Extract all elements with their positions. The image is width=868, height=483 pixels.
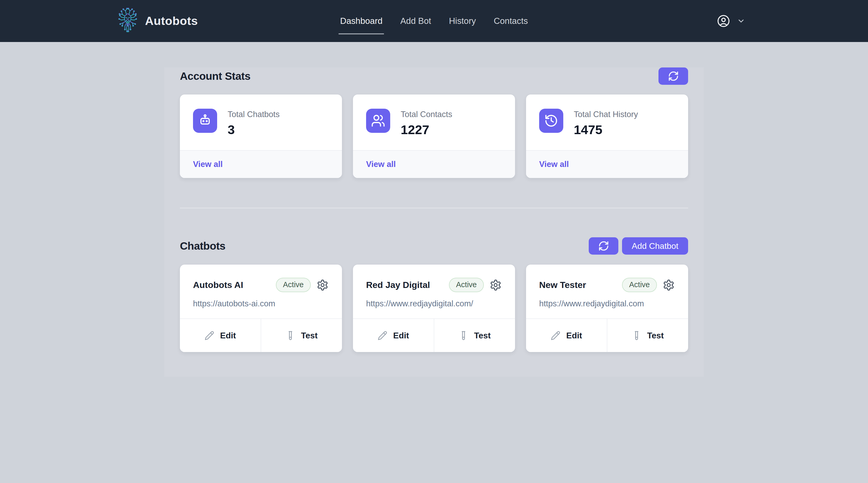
edit-chatbot-button[interactable]: Edit: [353, 319, 434, 352]
circuit-lion-logo-icon: [116, 5, 139, 37]
test-label: Test: [301, 331, 317, 340]
section-divider: [180, 208, 688, 208]
gear-icon: [663, 279, 675, 291]
pencil-icon: [551, 331, 560, 340]
chatbot-name: Autobots AI: [193, 280, 276, 290]
view-all-history-link[interactable]: View all: [539, 160, 569, 169]
gear-icon: [490, 279, 502, 291]
main-panel: Account Stats: [164, 67, 704, 377]
user-circle-icon: [717, 15, 730, 28]
chatbot-settings-button[interactable]: [489, 279, 502, 291]
chatbots-refresh-button[interactable]: [589, 237, 618, 255]
edit-chatbot-button[interactable]: Edit: [526, 319, 607, 352]
chatbot-name: Red Jay Digital: [366, 280, 449, 290]
brand: Autobots: [116, 0, 198, 42]
main-nav: Dashboard Add Bot History Contacts: [340, 0, 528, 42]
nav-item-add-bot[interactable]: Add Bot: [400, 14, 432, 28]
users-icon: [366, 109, 390, 133]
stat-cards-row: Total Chatbots 3 View all: [180, 94, 688, 178]
account-stats-title: Account Stats: [180, 70, 250, 82]
status-badge: Active: [276, 278, 311, 292]
stat-card-total-contacts: Total Contacts 1227 View all: [353, 94, 515, 178]
nav-item-history[interactable]: History: [448, 14, 476, 28]
stat-value: 3: [228, 122, 280, 137]
test-chatbot-button[interactable]: Test: [607, 319, 688, 352]
view-all-chatbots-link[interactable]: View all: [193, 160, 223, 169]
chatbot-url: https://www.redjaydigital.com/: [366, 299, 502, 308]
stats-refresh-button[interactable]: [658, 67, 688, 85]
test-tube-icon: [632, 331, 642, 340]
chatbot-card-red-jay-digital: Red Jay Digital Active https://www.redja…: [353, 264, 515, 352]
brand-name: Autobots: [145, 14, 198, 28]
stat-value: 1227: [401, 122, 452, 137]
stat-value: 1475: [574, 122, 638, 137]
edit-chatbot-button[interactable]: Edit: [180, 319, 261, 352]
nav-item-contacts[interactable]: Contacts: [493, 14, 528, 28]
view-all-contacts-link[interactable]: View all: [366, 160, 396, 169]
edit-label: Edit: [220, 331, 236, 340]
test-label: Test: [474, 331, 491, 340]
test-chatbot-button[interactable]: Test: [261, 319, 342, 352]
stat-label: Total Chatbots: [228, 109, 280, 119]
chatbot-cards-row: Autobots AI Active https://autobots-ai.c…: [180, 264, 688, 352]
chatbot-url: https://autobots-ai.com: [193, 299, 329, 308]
nav-item-dashboard[interactable]: Dashboard: [340, 14, 383, 28]
chatbot-settings-button[interactable]: [662, 279, 675, 291]
account-stats-header: Account Stats: [180, 67, 688, 85]
status-badge: Active: [622, 278, 657, 292]
test-tube-icon: [286, 331, 295, 340]
top-navigation-bar: Autobots Dashboard Add Bot History Conta…: [0, 0, 868, 42]
test-chatbot-button[interactable]: Test: [434, 319, 515, 352]
chevron-down-icon: [737, 17, 745, 25]
test-tube-icon: [459, 331, 468, 340]
pencil-icon: [378, 331, 387, 340]
chatbots-title: Chatbots: [180, 240, 225, 252]
refresh-icon: [598, 240, 609, 252]
chatbot-name: New Tester: [539, 280, 622, 290]
bot-icon: [193, 109, 217, 133]
status-badge: Active: [449, 278, 484, 292]
chatbot-card-autobots-ai: Autobots AI Active https://autobots-ai.c…: [180, 264, 342, 352]
edit-label: Edit: [393, 331, 409, 340]
chatbot-card-new-tester: New Tester Active https://www.redjaydigi…: [526, 264, 688, 352]
test-label: Test: [647, 331, 664, 340]
user-menu[interactable]: [717, 0, 745, 42]
chatbot-settings-button[interactable]: [316, 279, 329, 291]
stat-card-total-chat-history: Total Chat History 1475 View all: [526, 94, 688, 178]
stat-label: Total Chat History: [574, 109, 638, 119]
gear-icon: [316, 279, 329, 291]
pencil-icon: [205, 331, 214, 340]
add-chatbot-button[interactable]: Add Chatbot: [622, 237, 688, 255]
refresh-icon: [668, 70, 679, 82]
chatbot-url: https://www.redjaydigital.com: [539, 299, 675, 308]
stat-card-total-chatbots: Total Chatbots 3 View all: [180, 94, 342, 178]
edit-label: Edit: [566, 331, 582, 340]
stat-label: Total Contacts: [401, 109, 452, 119]
chatbots-header: Chatbots Add Chatbot: [180, 237, 688, 255]
history-clock-icon: [539, 109, 563, 133]
